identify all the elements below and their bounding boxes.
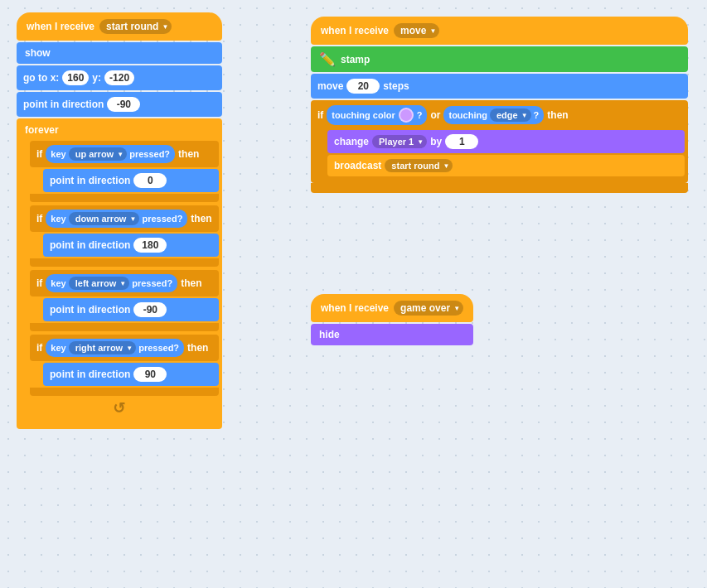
direction-value[interactable]: -90 — [107, 97, 140, 112]
move-dropdown[interactable]: move — [394, 23, 439, 38]
color-circle[interactable] — [399, 108, 414, 123]
stamp-block[interactable]: ✏️ stamp — [311, 46, 688, 72]
if-left-arrow: if key left arrow pressed? then point in… — [30, 270, 219, 331]
x-value[interactable]: 160 — [62, 70, 89, 85]
stamp-label: stamp — [341, 54, 370, 65]
if-up-arrow: if key up arrow pressed? then point in d… — [30, 141, 219, 202]
dir-180-value[interactable]: 180 — [133, 238, 167, 253]
point-dir-n90[interactable]: point in direction -90 — [43, 298, 219, 321]
up-arrow-dropdown[interactable]: up arrow — [69, 147, 127, 161]
stamp-icon: ✏️ — [319, 51, 336, 67]
left-stack: when I receive start round show go to x:… — [17, 12, 222, 429]
key-up-condition[interactable]: key up arrow pressed? — [46, 145, 175, 163]
point-direction-block[interactable]: point in direction -90 — [17, 92, 222, 117]
y-label: y: — [92, 72, 101, 84]
down-arrow-dropdown[interactable]: down arrow — [69, 212, 140, 225]
broadcast-block[interactable]: broadcast start round — [327, 155, 685, 176]
dir-0-value[interactable]: 0 — [133, 173, 167, 188]
by-value[interactable]: 1 — [445, 134, 478, 149]
move-steps-block[interactable]: move 20 steps — [311, 74, 688, 99]
if-up-header[interactable]: if key up arrow pressed? then — [30, 141, 219, 167]
refresh-icon: ↺ — [17, 396, 222, 421]
key-left-condition[interactable]: key left arrow pressed? — [46, 274, 177, 292]
forever-block: forever if key up arrow pressed? then po… — [17, 118, 222, 429]
forever-label: forever — [17, 118, 222, 141]
point-direction-label: point in direction — [23, 99, 104, 110]
if-down-footer — [30, 258, 219, 267]
if-touching-body: change Player 1 by 1 broadcast start rou… — [327, 130, 685, 176]
broadcast-label: broadcast — [334, 160, 381, 171]
touching-color-condition[interactable]: touching color ? — [327, 105, 427, 125]
dir-90-value[interactable]: 90 — [133, 367, 167, 382]
point-dir-0[interactable]: point in direction 0 — [43, 169, 219, 192]
show-label: show — [25, 47, 51, 59]
if-touching-block: if touching color ? or touching edge ? t… — [311, 100, 688, 183]
point-dir-180[interactable]: point in direction 180 — [43, 234, 219, 257]
broadcast-dropdown[interactable]: start round — [385, 159, 453, 172]
point-dir-90[interactable]: point in direction 90 — [43, 363, 219, 386]
key-right-condition[interactable]: key right arrow pressed? — [46, 339, 184, 357]
steps-label: steps — [383, 80, 409, 92]
touching-edge-condition[interactable]: touching edge ? — [443, 106, 544, 124]
if-down-body: point in direction 180 — [43, 234, 219, 257]
if-left-header[interactable]: if key left arrow pressed? then — [30, 270, 219, 296]
game-over-dropdown[interactable]: game over — [394, 301, 463, 316]
player1-dropdown[interactable]: Player 1 — [372, 135, 427, 148]
if-up-body: point in direction 0 — [43, 169, 219, 192]
touching-color-text: touching color — [332, 110, 395, 120]
change-label: change — [334, 136, 369, 147]
y-value[interactable]: -120 — [104, 70, 134, 85]
if-right-footer — [30, 388, 219, 396]
right-stack-top: when I receive move ✏️ stamp move 20 ste… — [311, 17, 688, 193]
hide-label: hide — [319, 329, 340, 340]
change-variable-block[interactable]: change Player 1 by 1 — [327, 130, 685, 153]
move-label: move — [317, 80, 343, 92]
when-i-receive-hat[interactable]: when I receive start round — [17, 12, 222, 41]
if-touching-header[interactable]: if touching color ? or touching edge ? t… — [311, 100, 688, 130]
left-arrow-dropdown[interactable]: left arrow — [69, 277, 130, 290]
if-label: if — [317, 109, 323, 121]
if-up-footer — [30, 194, 219, 202]
hide-block[interactable]: hide — [311, 324, 473, 345]
touching-label: touching — [448, 110, 487, 120]
goto-label: go to x: — [23, 72, 59, 84]
if-right-body: point in direction 90 — [43, 363, 219, 386]
right-stack-bottom: when I receive game over hide — [311, 294, 473, 345]
dir-n90-value[interactable]: -90 — [133, 302, 167, 317]
if-right-arrow: if key right arrow pressed? then point i… — [30, 335, 219, 396]
if-left-body: point in direction -90 — [43, 298, 219, 321]
show-block[interactable]: show — [17, 42, 222, 64]
when-i-receive-gameover-label: when I receive — [321, 302, 389, 314]
goto-xy-block[interactable]: go to x: 160 y: -120 — [17, 65, 222, 90]
if-down-header[interactable]: if key down arrow pressed? then — [30, 205, 219, 232]
key-down-condition[interactable]: key down arrow pressed? — [46, 210, 187, 228]
when-i-receive-move-label: when I receive — [321, 25, 389, 36]
move-value[interactable]: 20 — [346, 79, 380, 94]
when-i-receive-label: when I receive — [27, 21, 94, 32]
if-right-header[interactable]: if key right arrow pressed? then — [30, 335, 219, 361]
if-down-arrow: if key down arrow pressed? then point in… — [30, 205, 219, 267]
right-arrow-dropdown[interactable]: right arrow — [69, 341, 136, 354]
when-i-receive-gameover-hat[interactable]: when I receive game over — [311, 294, 473, 322]
start-round-dropdown[interactable]: start round — [99, 19, 172, 34]
by-label: by — [430, 136, 442, 147]
if-left-footer — [30, 323, 219, 331]
c-block-bottom-bar — [311, 183, 688, 193]
edge-dropdown[interactable]: edge — [490, 108, 531, 122]
when-i-receive-move-hat[interactable]: when I receive move — [311, 17, 688, 45]
then-label: then — [547, 109, 568, 121]
or-label: or — [430, 109, 440, 121]
